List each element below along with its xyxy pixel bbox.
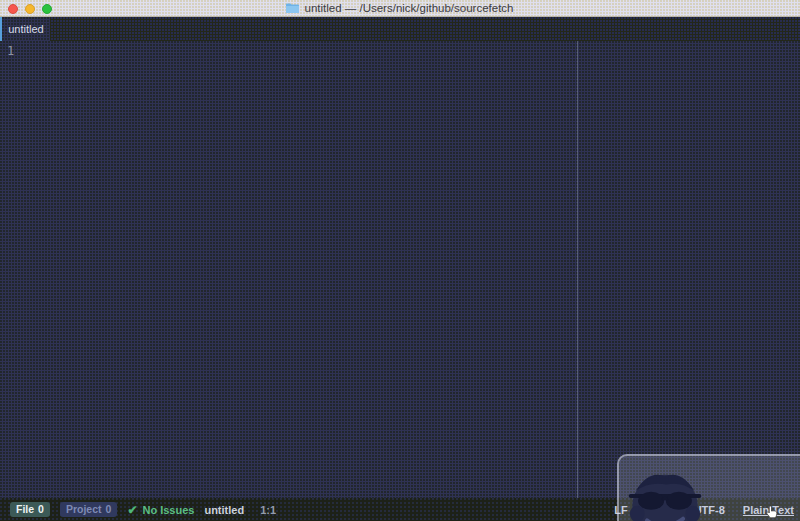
line-number: 1 [7,44,14,58]
atom-editor-window: untitled — /Users/nick/github/sourcefetc… [0,0,800,521]
close-button[interactable] [8,4,18,14]
titlebar: untitled — /Users/nick/github/sourcefetc… [0,0,800,17]
project-badge-label: Project [66,503,102,515]
window-title: untitled — /Users/nick/github/sourcefetc… [286,2,513,14]
edge-highlight-strip [0,17,2,41]
check-icon: ✔ [127,503,137,517]
cursor-position[interactable]: 1:1 [260,504,276,516]
status-bar-left: File 0 Project 0 ✔ No Issues untitled 1:… [0,502,276,517]
grammar-selector[interactable]: Plain Text [743,504,794,516]
status-bar-right: LF Insert UTF-8 Plain Text [614,504,800,516]
folder-icon [286,3,299,13]
project-issues-badge[interactable]: Project 0 [60,502,117,517]
no-issues-label: No Issues [142,504,194,516]
tab-untitled[interactable]: untitled [2,17,50,41]
file-issues-badge[interactable]: File 0 [10,502,50,517]
encoding-selector[interactable]: UTF-8 [694,504,725,516]
file-badge-count: 0 [38,503,44,515]
traffic-lights [8,4,52,14]
tab-bar: untitled [0,17,800,41]
tab-label: untitled [8,23,43,35]
project-badge-count: 0 [106,503,112,515]
line-ending-selector[interactable]: LF [614,504,627,516]
wrap-guide-line [577,41,578,498]
zoom-button[interactable] [42,4,52,14]
window-title-text: untitled — /Users/nick/github/sourcefetc… [304,2,513,14]
input-mode-indicator[interactable]: Insert [646,504,676,516]
line-number-gutter: 1 [0,41,22,59]
no-issues-indicator[interactable]: ✔ No Issues [127,503,194,517]
editor-pane[interactable]: 1 [0,41,800,498]
status-file-name: untitled [204,504,244,516]
status-bar: File 0 Project 0 ✔ No Issues untitled 1:… [0,498,800,521]
file-badge-label: File [16,503,34,515]
minimize-button[interactable] [25,4,35,14]
